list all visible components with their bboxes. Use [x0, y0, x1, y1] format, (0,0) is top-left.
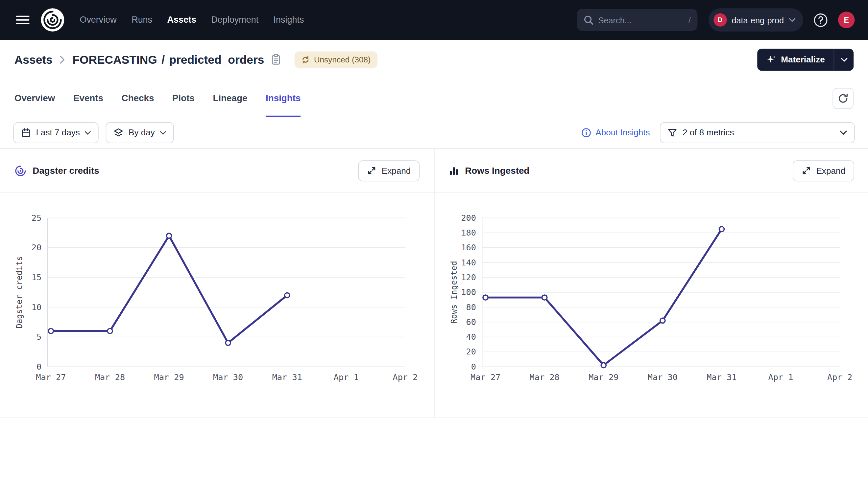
svg-text:20: 20	[31, 243, 41, 252]
svg-text:20: 20	[466, 347, 476, 356]
search-input[interactable]	[598, 15, 684, 25]
nav-item-assets[interactable]: Assets	[167, 15, 196, 25]
sync-status-badge[interactable]: Unsynced (308)	[295, 51, 377, 68]
page: Overview Runs Assets Deployment Insights…	[0, 0, 868, 498]
svg-text:10: 10	[31, 303, 41, 312]
breadcrumb: Assets FORECASTING / predicted_orders	[0, 40, 868, 79]
chart-header: Dagster credits Expand	[0, 149, 434, 193]
materialize-button[interactable]: Materialize	[757, 48, 834, 70]
svg-text:Mar 29: Mar 29	[154, 372, 184, 382]
svg-text:15: 15	[31, 273, 41, 282]
expand-label: Expand	[382, 166, 411, 175]
chart-card-dagster-credits: Dagster credits Expand 0510152025Mar 27M…	[0, 149, 434, 418]
chart-title: Rows Ingested	[465, 165, 529, 176]
metrics-filter-dropdown[interactable]: 2 of 8 metrics	[660, 122, 855, 143]
search-box[interactable]: /	[577, 9, 697, 31]
expand-icon	[802, 166, 812, 175]
about-insights-link[interactable]: About Insights	[581, 128, 650, 137]
svg-text:Apr 2: Apr 2	[393, 372, 418, 382]
granularity-label: By day	[129, 128, 155, 137]
insights-filter-bar: Last 7 days By day About Insights	[0, 117, 868, 148]
about-insights-label: About Insights	[596, 128, 650, 137]
svg-text:0: 0	[471, 362, 476, 371]
svg-text:Apr 1: Apr 1	[768, 372, 793, 382]
svg-text:Mar 30: Mar 30	[213, 372, 243, 382]
metrics-filter-label: 2 of 8 metrics	[682, 128, 734, 137]
nav-item-deployment[interactable]: Deployment	[211, 15, 258, 25]
svg-text:Dagster credits: Dagster credits	[14, 256, 24, 328]
svg-text:Mar 31: Mar 31	[706, 372, 737, 382]
chevron-down-icon	[160, 131, 166, 135]
expand-label: Expand	[816, 166, 845, 175]
svg-text:25: 25	[31, 213, 41, 223]
materialize-split-button: Materialize	[757, 48, 854, 70]
nav-links: Overview Runs Assets Deployment Insights	[79, 15, 304, 25]
deployment-switcher[interactable]: D data-eng-prod	[709, 8, 803, 31]
deployment-avatar: D	[714, 13, 727, 26]
svg-text:Mar 28: Mar 28	[95, 372, 125, 382]
svg-text:5: 5	[37, 332, 41, 342]
breadcrumb-group[interactable]: FORECASTING	[72, 53, 157, 66]
dagster-logo-icon[interactable]	[40, 7, 65, 32]
line-chart-rows-ingested: 020406080100120140160180200Mar 27Mar 28M…	[435, 193, 868, 418]
expand-button[interactable]: Expand	[358, 160, 420, 181]
nav-item-insights[interactable]: Insights	[273, 15, 304, 25]
svg-text:Mar 27: Mar 27	[36, 372, 66, 382]
info-icon	[581, 128, 591, 137]
svg-text:40: 40	[466, 332, 476, 342]
expand-icon	[367, 166, 377, 175]
svg-text:Mar 28: Mar 28	[530, 372, 560, 382]
svg-text:Apr 1: Apr 1	[334, 372, 359, 382]
breadcrumb-separator: /	[162, 53, 165, 66]
filter-funnel-icon	[668, 128, 677, 137]
tab-lineage[interactable]: Lineage	[213, 79, 247, 117]
nav-item-runs[interactable]: Runs	[131, 15, 152, 25]
svg-text:160: 160	[461, 243, 476, 252]
asset-tabs: Overview Events Checks Plots Lineage Ins…	[0, 79, 868, 117]
tab-plots[interactable]: Plots	[172, 79, 195, 117]
svg-text:Apr 2: Apr 2	[827, 372, 852, 382]
materialize-dropdown-icon[interactable]	[834, 48, 854, 70]
svg-text:200: 200	[461, 213, 476, 223]
page-title-asset-name: predicted_orders	[169, 53, 264, 66]
breadcrumb-assets-link[interactable]: Assets	[14, 53, 53, 66]
tab-overview[interactable]: Overview	[14, 79, 55, 117]
svg-text:Mar 27: Mar 27	[471, 372, 500, 382]
sync-icon	[301, 55, 310, 64]
nav-item-overview[interactable]: Overview	[79, 15, 116, 25]
chevron-right-icon	[59, 55, 66, 64]
sync-status-label: Unsynced (308)	[314, 55, 371, 64]
tab-insights[interactable]: Insights	[266, 79, 301, 117]
refresh-icon[interactable]	[832, 88, 854, 109]
layers-icon	[114, 128, 124, 137]
date-range-label: Last 7 days	[36, 128, 79, 137]
svg-text:Rows Ingested: Rows Ingested	[449, 261, 459, 324]
granularity-dropdown[interactable]: By day	[106, 122, 174, 143]
svg-text:Mar 31: Mar 31	[272, 372, 302, 382]
tab-events[interactable]: Events	[73, 79, 103, 117]
sparkle-icon	[766, 54, 776, 64]
svg-text:140: 140	[461, 258, 476, 267]
chart-title: Dagster credits	[33, 165, 99, 176]
nav-right: / D data-eng-prod E	[577, 8, 855, 31]
svg-text:180: 180	[461, 228, 476, 237]
chevron-down-icon	[789, 18, 795, 22]
svg-text:Mar 29: Mar 29	[588, 372, 618, 382]
svg-text:60: 60	[466, 317, 476, 327]
top-nav: Overview Runs Assets Deployment Insights…	[0, 0, 868, 40]
menu-icon[interactable]	[13, 11, 32, 29]
date-range-dropdown[interactable]: Last 7 days	[13, 122, 99, 143]
tab-checks[interactable]: Checks	[122, 79, 154, 117]
deployment-name: data-eng-prod	[731, 15, 784, 25]
search-icon	[583, 15, 593, 25]
help-icon[interactable]	[813, 12, 828, 27]
chart-card-rows-ingested: Rows Ingested Expand 0204060801001201401…	[434, 149, 868, 418]
svg-text:120: 120	[461, 273, 476, 282]
line-chart-dagster-credits: 0510152025Mar 27Mar 28Mar 29Mar 30Mar 31…	[0, 193, 434, 418]
calendar-icon	[21, 128, 31, 137]
chevron-down-icon	[840, 130, 847, 135]
copy-icon[interactable]	[271, 54, 281, 65]
user-avatar[interactable]: E	[838, 12, 855, 28]
chevron-down-icon	[85, 131, 91, 135]
expand-button[interactable]: Expand	[793, 160, 854, 181]
